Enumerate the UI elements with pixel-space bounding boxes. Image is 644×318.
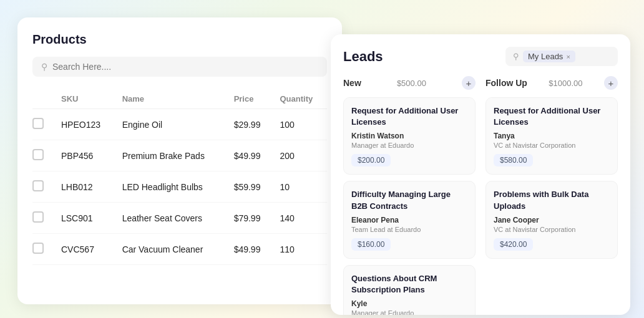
row-name: Premium Brake Pads <box>116 140 228 171</box>
lead-amount-badge: $200.00 <box>351 154 391 166</box>
column-label: Follow Up <box>485 78 527 88</box>
table-row: PBP456 Premium Brake Pads $49.99 200 <box>32 140 327 171</box>
column-amount: $500.00 <box>397 79 426 88</box>
lead-card[interactable]: Problems with Bulk Data Uploads Jane Coo… <box>485 181 618 258</box>
products-panel: Products ⚲ SKU Name Price Quantity HPEO1… <box>17 17 342 304</box>
lead-role: VC at Navistar Corporation <box>494 142 610 149</box>
filter-label: My Leads <box>528 52 563 61</box>
row-checkbox[interactable] <box>32 140 55 171</box>
row-name: LED Headlight Bulbs <box>116 171 228 203</box>
row-quantity: 10 <box>273 171 327 203</box>
row-checkbox[interactable] <box>32 109 55 140</box>
lead-role: Manager at Eduardo <box>351 142 467 149</box>
checkbox[interactable] <box>32 118 44 129</box>
row-name: Car Vacuum Cleaner <box>116 234 228 265</box>
lead-card-title: Difficulty Managing Large B2B Contracts <box>351 189 467 211</box>
lead-card[interactable]: Questions About CRM Subscription Plans K… <box>343 265 476 315</box>
table-row: HPEO123 Engine Oil $29.99 100 <box>32 109 327 140</box>
leads-search-bar[interactable]: ⚲ My Leads × <box>505 47 618 66</box>
row-price: $79.99 <box>228 203 274 234</box>
row-checkbox[interactable] <box>32 234 55 265</box>
row-checkbox[interactable] <box>32 171 55 203</box>
row-sku: LHB012 <box>55 171 116 203</box>
leads-panel: Leads ⚲ My Leads × New $500.00 + Request… <box>331 34 630 315</box>
row-sku: HPEO123 <box>55 109 116 140</box>
leads-column-1: Follow Up $1000.00 + Request for Additio… <box>485 76 618 315</box>
row-sku: PBP456 <box>55 140 116 171</box>
leads-search-icon: ⚲ <box>513 52 519 61</box>
lead-amount-badge: $160.00 <box>351 238 391 251</box>
close-icon[interactable]: × <box>566 53 570 60</box>
lead-role: VC at Navistar Corporation <box>494 226 610 233</box>
lead-role: Manager at Eduardo <box>351 309 467 315</box>
column-header: Follow Up $1000.00 + <box>485 76 618 90</box>
lead-card-title: Request for Additional User Licenses <box>494 105 610 128</box>
lead-person: Kristin Watson <box>351 132 467 140</box>
checkbox[interactable] <box>32 243 44 254</box>
lead-amount-badge: $580.00 <box>494 154 533 166</box>
leads-header: Leads ⚲ My Leads × <box>343 47 618 66</box>
row-quantity: 100 <box>273 109 327 140</box>
leads-columns: New $500.00 + Request for Additional Use… <box>343 76 618 315</box>
lead-amount-badge: $420.00 <box>494 238 533 251</box>
column-add-button[interactable]: + <box>604 76 618 90</box>
column-label: New <box>343 78 361 88</box>
row-sku: CVC567 <box>55 234 116 265</box>
table-header-row: SKU Name Price Quantity <box>32 89 327 109</box>
sku-header: SKU <box>55 89 116 109</box>
checkbox[interactable] <box>32 149 44 160</box>
leads-filter-tag[interactable]: My Leads × <box>523 51 575 62</box>
price-header: Price <box>228 89 274 109</box>
lead-card-title: Request for Additional User Licenses <box>351 105 467 128</box>
row-price: $59.99 <box>228 171 274 203</box>
column-header: New $500.00 + <box>343 76 476 90</box>
leads-column-0: New $500.00 + Request for Additional Use… <box>343 76 476 315</box>
row-name: Leather Seat Covers <box>116 203 228 234</box>
row-checkbox[interactable] <box>32 203 55 234</box>
checkbox[interactable] <box>32 211 44 223</box>
products-search-bar[interactable]: ⚲ <box>32 57 327 77</box>
lead-person: Tanya <box>494 132 610 140</box>
leads-title: Leads <box>343 49 383 65</box>
column-add-button[interactable]: + <box>462 76 476 90</box>
lead-role: Team Lead at Eduardo <box>351 226 467 233</box>
lead-card-title: Questions About CRM Subscription Plans <box>351 273 467 296</box>
row-quantity: 110 <box>273 234 327 265</box>
checkbox[interactable] <box>32 180 44 191</box>
search-icon: ⚲ <box>41 62 47 72</box>
products-table: SKU Name Price Quantity HPEO123 Engine O… <box>32 89 327 265</box>
lead-person: Jane Cooper <box>494 216 610 224</box>
row-name: Engine Oil <box>116 109 228 140</box>
lead-card-title: Problems with Bulk Data Uploads <box>494 189 610 211</box>
lead-card[interactable]: Request for Additional User Licenses Kri… <box>343 97 476 175</box>
row-price: $49.99 <box>228 234 274 265</box>
column-amount: $1000.00 <box>549 79 582 88</box>
table-row: LSC901 Leather Seat Covers $79.99 140 <box>32 203 327 234</box>
checkbox-header <box>32 89 55 109</box>
lead-card[interactable]: Difficulty Managing Large B2B Contracts … <box>343 181 476 258</box>
name-header: Name <box>116 89 228 109</box>
row-price: $49.99 <box>228 140 274 171</box>
row-quantity: 140 <box>273 203 327 234</box>
lead-person: Eleanor Pena <box>351 216 467 224</box>
lead-person: Kyle <box>351 299 467 308</box>
row-quantity: 200 <box>273 140 327 171</box>
search-input[interactable] <box>52 62 318 72</box>
quantity-header: Quantity <box>273 89 327 109</box>
products-title: Products <box>32 32 327 47</box>
table-row: LHB012 LED Headlight Bulbs $59.99 10 <box>32 171 327 203</box>
row-price: $29.99 <box>228 109 274 140</box>
table-row: CVC567 Car Vacuum Cleaner $49.99 110 <box>32 234 327 265</box>
lead-card[interactable]: Request for Additional User Licenses Tan… <box>485 97 618 175</box>
row-sku: LSC901 <box>55 203 116 234</box>
